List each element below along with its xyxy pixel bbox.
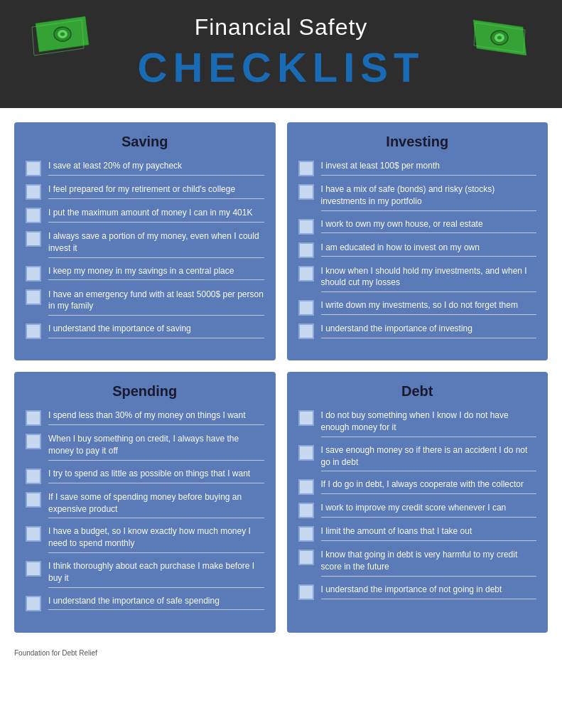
checkbox[interactable] [26,526,41,542]
list-item: I know that going in debt is very harmfu… [298,549,537,577]
checkbox[interactable] [298,300,314,316]
money-icon-right [470,13,534,65]
checkbox[interactable] [298,445,314,461]
item-text-wrap: I save enough money so if there is an ac… [321,444,537,472]
item-text-wrap: I put the maximum amount of money I can … [48,207,264,223]
list-item: I save enough money so if there is an ac… [298,444,537,472]
list-item: I try to spend as little as possible on … [26,468,264,484]
checkbox[interactable] [298,323,314,339]
money-icon-left [28,13,92,65]
checkbox[interactable] [26,323,41,339]
checkbox[interactable] [26,289,41,305]
item-underline [48,338,264,338]
item-text-wrap: I work to improve my credit score whenev… [321,502,537,518]
item-text: I know when I should hold my investments… [321,265,537,289]
checkbox[interactable] [298,584,314,600]
item-text: I put the maximum amount of money I can … [48,207,264,219]
item-text: I do not buy something when I know I do … [321,410,537,434]
checkbox[interactable] [26,469,41,484]
svg-point-4 [60,33,65,36]
list-item: When I buy something on credit, I always… [26,433,264,461]
item-text-wrap: I have a mix of safe (bonds) and risky (… [321,183,537,211]
item-text-wrap: I know when I should hold my investments… [321,265,537,293]
list-item: If I do go in debt, I always cooperate w… [298,478,537,495]
item-text-wrap: I invest at least 100$ per month [321,160,537,176]
checkbox[interactable] [298,550,314,565]
header-title-top: Financial Safety [14,14,548,41]
section-title-spending: Spending [26,383,264,400]
checklist-grid: SavingI save at least 20% of my paycheck… [14,122,548,633]
checkbox[interactable] [26,161,41,176]
checkbox[interactable] [26,492,41,508]
item-underline [321,314,537,315]
item-text-wrap: I write down my investments, so I do not… [321,299,537,315]
checkbox[interactable] [298,184,314,200]
checkbox[interactable] [26,596,41,611]
checkbox[interactable] [298,503,314,518]
checkbox[interactable] [298,479,314,495]
checkbox[interactable] [298,526,314,542]
item-text: I am educated in how to invest on my own [321,242,537,254]
item-underline [48,609,264,610]
item-text-wrap: I understand the importance of not going… [321,584,537,599]
checkbox[interactable] [26,410,41,426]
checkbox[interactable] [26,208,41,223]
checkbox[interactable] [298,161,314,176]
item-underline [321,175,537,176]
item-text-wrap: I spend less than 30% of my money on thi… [48,410,264,425]
page-header: Financial Safety CHECKLIST [0,0,562,108]
item-text: I spend less than 30% of my money on thi… [48,410,264,422]
item-text-wrap: I am educated in how to invest on my own [321,242,537,257]
checkbox[interactable] [26,561,41,577]
checkbox[interactable] [26,434,41,449]
item-text-wrap: I think thoroughly about each purchase I… [48,560,264,588]
item-text-wrap: I save at least 20% of my paycheck [48,160,264,176]
item-underline [321,437,537,437]
item-text: I feel prepared for my retirement or chi… [48,183,264,196]
list-item: I understand the importance of safe spen… [26,595,264,611]
checkbox[interactable] [298,410,314,426]
item-underline [321,210,537,211]
item-text: I have a budget, so I know exactly how m… [48,525,264,550]
checkbox[interactable] [298,242,314,258]
list-item: I write down my investments, so I do not… [298,299,537,316]
item-text: I understand the importance of saving [48,323,264,335]
item-text: I save enough money so if there is an ac… [321,444,537,469]
item-underline [321,517,537,518]
checkbox[interactable] [298,219,314,235]
list-item: I am educated in how to invest on my own [298,242,537,258]
item-underline [321,599,537,599]
item-text-wrap: I limit the amount of loans that I take … [321,525,537,541]
item-text-wrap: I do not buy something when I know I do … [321,410,537,437]
checkbox[interactable] [298,266,314,282]
checkbox[interactable] [26,184,41,200]
item-text-wrap: When I buy something on credit, I always… [48,433,264,461]
checkbox[interactable] [26,266,41,282]
svg-point-10 [497,36,502,40]
item-text: I have an emergency fund with at least 5… [48,289,264,313]
list-item: I understand the importance of investing [298,323,537,339]
item-text: I limit the amount of loans that I take … [321,525,537,537]
item-underline [48,257,264,258]
item-underline [321,232,537,233]
list-item: I always save a portion of my money, eve… [26,230,264,258]
item-text-wrap: I work to own my own house, or real esta… [321,218,537,234]
item-underline [48,552,264,553]
item-text-wrap: If I do go in debt, I always cooperate w… [321,478,537,494]
list-item: I save at least 20% of my paycheck [26,160,264,176]
item-underline [321,493,537,494]
list-item: I think thoroughly about each purchase I… [26,560,264,588]
list-item: I do not buy something when I know I do … [298,410,537,437]
item-text-wrap: I try to spend as little as possible on … [48,468,264,483]
item-text-wrap: I have a budget, so I know exactly how m… [48,525,264,553]
checkbox[interactable] [26,231,41,247]
item-underline [321,291,537,292]
item-text: I invest at least 100$ per month [321,160,537,172]
item-text-wrap: I always save a portion of my money, eve… [48,230,264,258]
item-text-wrap: If I save some of spending money before … [48,491,264,519]
section-investing: InvestingI invest at least 100$ per mont… [287,122,549,360]
item-text: I always save a portion of my money, eve… [48,230,264,255]
list-item: I have a budget, so I know exactly how m… [26,525,264,553]
item-text-wrap: I understand the importance of safe spen… [48,595,264,611]
item-text: I think thoroughly about each purchase I… [48,560,264,584]
